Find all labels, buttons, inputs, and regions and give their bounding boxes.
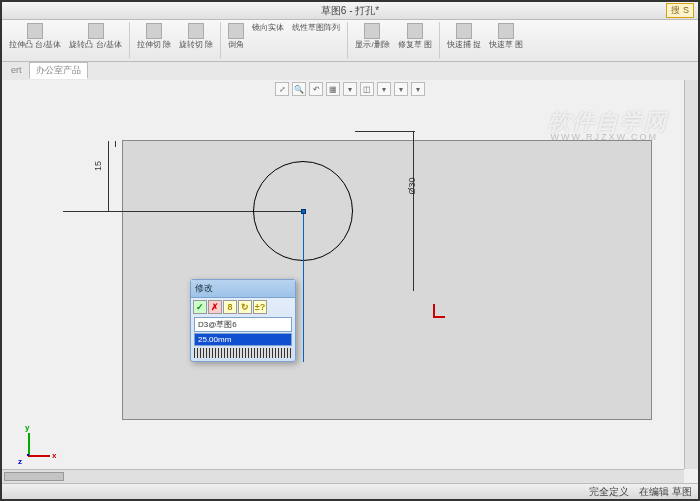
scroll-thumb[interactable] xyxy=(4,472,64,481)
chamfer-button[interactable]: 倒角 xyxy=(225,22,247,50)
quick-snap-button[interactable]: 快速捕 捉 xyxy=(444,22,484,50)
tab-bar: ert 办公室产品 xyxy=(2,62,698,78)
dimension-value-field[interactable]: 25.00mm xyxy=(194,333,292,346)
linear-pattern-button[interactable]: 线性草图阵列 xyxy=(289,22,343,33)
rebuild-button[interactable]: 8 xyxy=(223,300,237,314)
y-axis-icon xyxy=(28,433,30,455)
hide-show-icon[interactable]: ▾ xyxy=(377,82,391,96)
modify-dialog[interactable]: 修改 ✓ ✗ 8 ↻ ±? D3@草图6 25.00mm xyxy=(190,279,296,362)
dialog-buttons: ✓ ✗ 8 ↻ ±? xyxy=(191,298,295,316)
dim-extension-d xyxy=(413,131,414,291)
status-bar: 完全定义 在编辑 草图 xyxy=(2,483,698,499)
revolve-boss-button[interactable]: 旋转凸 台/基体 xyxy=(66,22,124,50)
horizontal-scrollbar[interactable] xyxy=(2,469,684,483)
sketch-icon xyxy=(498,23,514,39)
chamfer-icon xyxy=(228,23,244,39)
repair-sketch-button[interactable]: 修复草 图 xyxy=(395,22,435,50)
view-orient-icon[interactable]: ▾ xyxy=(343,82,357,96)
y-label: y xyxy=(25,423,29,432)
status-editing: 在编辑 草图 xyxy=(639,485,692,499)
view-toolbar: ⤢ 🔍 ↶ ▦ ▾ ◫ ▾ ▾ ▾ xyxy=(273,80,427,98)
dim-line-d xyxy=(355,131,415,132)
dialog-title[interactable]: 修改 xyxy=(191,280,295,298)
zoom-fit-icon[interactable]: ⤢ xyxy=(275,82,289,96)
display-delete-button[interactable]: 显示/删除 xyxy=(352,22,392,50)
tab-office-products[interactable]: 办公室产品 xyxy=(29,62,88,79)
title-bar: 草图6 - 打孔* 搜 S xyxy=(2,2,698,20)
dimension-15[interactable]: 15 xyxy=(93,161,103,171)
dim-extension-line xyxy=(108,141,109,211)
section-view-icon[interactable]: ▦ xyxy=(326,82,340,96)
zoom-area-icon[interactable]: 🔍 xyxy=(292,82,306,96)
separator xyxy=(439,22,440,58)
search-box[interactable]: 搜 S xyxy=(666,3,694,18)
extrude-icon xyxy=(27,23,43,39)
tab-ert[interactable]: ert xyxy=(4,63,29,77)
prev-view-icon[interactable]: ↶ xyxy=(309,82,323,96)
origin-x-icon xyxy=(433,316,445,318)
display-icon xyxy=(364,23,380,39)
separator xyxy=(220,22,221,58)
separator xyxy=(129,22,130,58)
display-style-icon[interactable]: ◫ xyxy=(360,82,374,96)
revolve-cut-icon xyxy=(188,23,204,39)
view-settings-icon[interactable]: ▾ xyxy=(411,82,425,96)
cut-icon xyxy=(146,23,162,39)
extrude-cut-button[interactable]: 拉伸切 除 xyxy=(134,22,174,50)
mirror-button[interactable]: 镜向实体 xyxy=(249,22,287,33)
cancel-button[interactable]: ✗ xyxy=(208,300,222,314)
repair-icon xyxy=(407,23,423,39)
inference-line xyxy=(303,214,304,362)
dimension-name-field[interactable]: D3@草图6 xyxy=(194,317,292,332)
revolve-icon xyxy=(88,23,104,39)
origin-y-icon xyxy=(433,304,435,316)
scene-icon[interactable]: ▾ xyxy=(394,82,408,96)
value-slider[interactable] xyxy=(194,348,292,358)
spin-button[interactable]: ±? xyxy=(253,300,267,314)
watermark-url: WWW.RJZXW.COM xyxy=(551,132,658,142)
z-axis-icon xyxy=(27,454,29,456)
ribbon-toolbar: 拉伸凸 台/基体 旋转凸 台/基体 拉伸切 除 旋转切 除 倒角 镜向实体 线性… xyxy=(2,20,698,62)
ok-button[interactable]: ✓ xyxy=(193,300,207,314)
extrude-boss-button[interactable]: 拉伸凸 台/基体 xyxy=(6,22,64,50)
x-label: x xyxy=(52,451,56,460)
dim-arrow xyxy=(115,141,116,147)
vertical-scrollbar[interactable] xyxy=(684,80,698,469)
reverse-button[interactable]: ↻ xyxy=(238,300,252,314)
z-label: z xyxy=(18,457,22,466)
snap-icon xyxy=(456,23,472,39)
document-title: 草图6 - 打孔* xyxy=(321,4,379,18)
separator xyxy=(347,22,348,58)
revolve-cut-button[interactable]: 旋转切 除 xyxy=(176,22,216,50)
dimension-diameter[interactable]: Ø30 xyxy=(407,177,417,194)
x-axis-icon xyxy=(28,455,50,457)
status-definition: 完全定义 xyxy=(589,485,629,499)
quick-sketch-button[interactable]: 快速草 图 xyxy=(486,22,526,50)
